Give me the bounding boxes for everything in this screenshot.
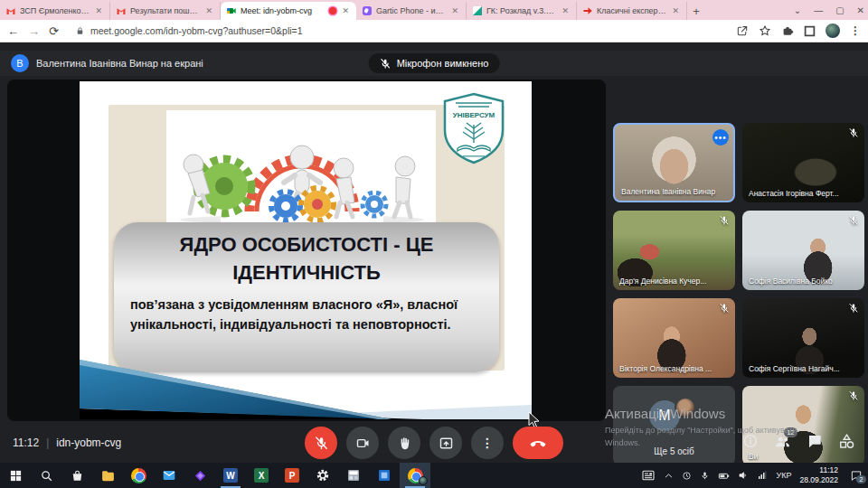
browser-tab-strip: ЗСП Єрмоленко - кпугтт ✕ Результати пошу… [0, 0, 868, 20]
new-tab-button[interactable]: + [687, 2, 705, 20]
close-button[interactable]: ✕ [857, 5, 864, 15]
chat-button[interactable] [807, 433, 823, 453]
windows-taskbar: W X P [0, 463, 868, 488]
participant-tile-boiko[interactable]: Софія Василівна Бойко [742, 211, 864, 290]
tab-search-chevron[interactable]: ⌄ [794, 5, 801, 15]
rozklad-icon [472, 5, 483, 16]
battery-icon[interactable] [718, 470, 730, 482]
tab-close-icon[interactable]: ✕ [560, 6, 571, 15]
reload-button[interactable]: ⟳ [49, 25, 59, 37]
taskbar-blue-app[interactable] [369, 463, 400, 488]
maximize-button[interactable]: ▢ [835, 5, 844, 15]
camera-toggle-button[interactable] [346, 427, 379, 459]
chrome-icon [131, 468, 146, 483]
presentation-stage[interactable]: УНІВЕРСУМ [7, 80, 606, 421]
browser-menu-icon[interactable]: ⋮ [850, 24, 861, 37]
taskbar-store[interactable] [61, 463, 92, 488]
end-call-button[interactable] [513, 427, 563, 459]
network-signal-icon[interactable] [757, 470, 768, 481]
participant-name: Валентина Іванівна Винар [621, 187, 715, 196]
taskbar-schedule-app[interactable] [338, 463, 369, 488]
meeting-time: 11:12 [13, 436, 39, 449]
presenting-text: Валентина Іванівна Винар на екрані [36, 58, 203, 69]
notification-center-button[interactable]: 2 [846, 469, 863, 482]
extensions-puzzle-icon[interactable] [781, 24, 794, 37]
share-icon[interactable] [736, 24, 749, 37]
mic-off-icon [719, 215, 730, 226]
participant-tile-kucher[interactable]: Дар'я Денисівна Кучер... [613, 211, 735, 290]
tab-meet-active[interactable]: Meet: idn-yobm-cvg ✕ [221, 2, 356, 20]
store-bag-icon [71, 469, 84, 483]
tab-label: ГК: Розклад v.3.3.2 [486, 6, 556, 15]
slide-body: пов’язана з усвідомленням власного «Я», … [130, 295, 483, 335]
language-indicator[interactable]: УКР [776, 471, 791, 480]
search-icon [40, 469, 53, 483]
mic-off-icon [848, 215, 859, 226]
raise-hand-button[interactable] [388, 427, 420, 459]
bookmark-star-icon[interactable] [759, 24, 771, 37]
participants-button[interactable]: 12 [774, 433, 791, 454]
svg-text:УНІВЕРСУМ: УНІВЕРСУМ [453, 111, 495, 119]
clock-widget[interactable]: 11:12 28.09.2022 [799, 465, 838, 484]
participant-tile-fert[interactable]: Анастасія Ігорівна Ферт... [742, 123, 864, 202]
speaker-icon[interactable] [738, 470, 749, 481]
minimize-button[interactable]: — [814, 5, 823, 15]
mic-off-icon [848, 390, 859, 401]
back-button[interactable]: ← [7, 25, 19, 37]
university-logo: УНІВЕРСУМ [441, 92, 506, 164]
start-button[interactable] [0, 463, 31, 488]
participant-tile-nahaich[interactable]: Софія Сергіївна Нагайч... [742, 298, 864, 378]
present-button[interactable] [429, 427, 462, 459]
activities-button[interactable] [838, 433, 855, 454]
profile-avatar[interactable] [826, 23, 840, 38]
participants-grid: ••• Валентина Іванівна Винар Анастасія І… [613, 80, 864, 465]
meet-icon [226, 5, 237, 16]
taskbar-word[interactable]: W [215, 463, 246, 488]
participant-tile-vynar[interactable]: ••• Валентина Іванівна Винар [613, 123, 735, 202]
tab-experiments[interactable]: Класичні експерименти в... ✕ [577, 2, 687, 20]
tab-close-icon[interactable]: ✕ [449, 6, 460, 15]
taskbar-settings[interactable] [307, 463, 338, 488]
tray-mic-icon[interactable] [700, 471, 710, 481]
gmail-icon [5, 5, 16, 16]
mic-muted-pill[interactable]: Мікрофон вимкнено [369, 53, 500, 73]
taskbar-excel[interactable]: X [246, 463, 277, 488]
tile-options-icon[interactable]: ••• [712, 129, 729, 145]
participant-name: Софія Сергіївна Нагайч... [749, 364, 840, 373]
call-controls: ⋮ [305, 427, 563, 459]
meeting-details-button[interactable] [742, 433, 759, 453]
tab-close-icon[interactable]: ✕ [93, 6, 104, 15]
tab-close-icon[interactable]: ✕ [340, 6, 351, 15]
tab-label: Gartic Phone - использов... [376, 6, 446, 15]
tab-label: ЗСП Єрмоленко - кпугтт [20, 6, 90, 15]
window-controls: ⌄ — ▢ ✕ [794, 0, 864, 20]
extension-window-icon[interactable] [804, 25, 816, 37]
participant-name: Анастасія Ігорівна Ферт... [749, 189, 839, 198]
forward-button[interactable]: → [28, 25, 40, 37]
mic-toggle-button[interactable] [305, 427, 337, 459]
taskbar-chrome-active[interactable] [400, 463, 430, 488]
taskbar-mail[interactable] [154, 463, 184, 488]
profile-badge [419, 476, 428, 485]
tab-gmail-1[interactable]: ЗСП Єрмоленко - кпугтт ✕ [0, 2, 110, 20]
system-tray: УКР 11:12 28.09.2022 2 [641, 463, 868, 488]
tab-close-icon[interactable]: ✕ [203, 6, 214, 15]
news-widget-icon[interactable] [641, 468, 656, 483]
more-options-button[interactable]: ⋮ [471, 427, 504, 459]
tab-close-icon[interactable]: ✕ [670, 6, 681, 15]
tab-gmail-2[interactable]: Результати пошуку - aphil ✕ [110, 2, 221, 20]
address-bar[interactable]: meet.google.com/idn-yobm-cvg?authuser=0&… [68, 23, 727, 40]
taskbar-file-explorer[interactable] [92, 463, 123, 488]
tab-gartic[interactable]: Gartic Phone - использов... ✕ [356, 2, 467, 20]
participant-tile-viktoria[interactable]: Вікторія Олександрівна ... [613, 298, 735, 378]
taskbar-powerpoint[interactable]: P [277, 463, 307, 488]
meeting-info: 11:12 | idn-yobm-cvg [13, 423, 121, 463]
tray-clock-icon[interactable] [682, 471, 692, 481]
taskbar-purple-app[interactable] [184, 463, 215, 488]
purple-app-icon [193, 469, 207, 483]
info-icon [742, 433, 759, 449]
taskbar-search[interactable] [31, 463, 61, 488]
tray-overflow-chevron-icon[interactable] [664, 471, 674, 481]
taskbar-chrome[interactable] [123, 463, 154, 488]
tab-rozklad[interactable]: ГК: Розклад v.3.3.2 ✕ [467, 2, 577, 20]
